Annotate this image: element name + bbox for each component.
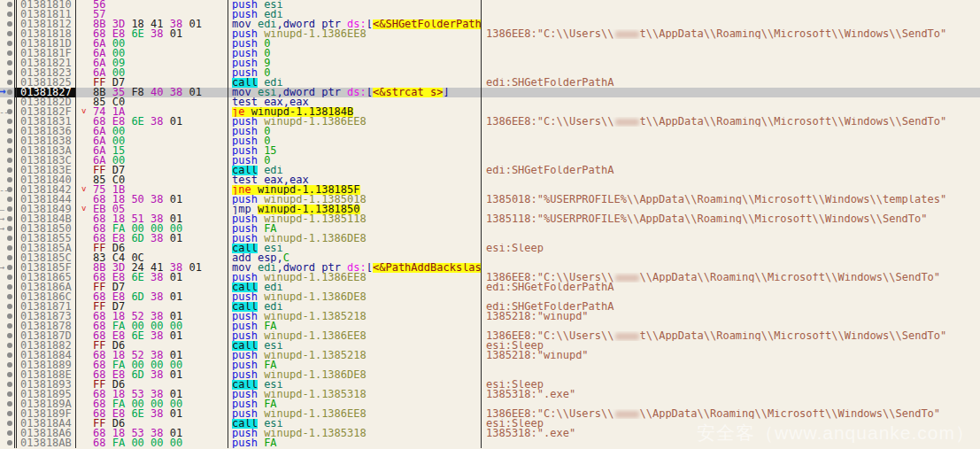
disasm-row[interactable]: —01381849vEB 05jmp winupd-1.1381850	[0, 205, 980, 214]
disasm-row[interactable]: →0138185068 FA 00 00 00push FA	[0, 224, 980, 234]
disasm-row[interactable]: 0138183168 E8 6E 38 01push winupd-1.1386…	[0, 117, 980, 127]
disasm-row[interactable]: --0138182Fv74 1Aje winupd-1.138184B	[0, 107, 980, 117]
disasm-row[interactable]: 0138185C83 C4 0Cadd esp,C	[0, 253, 980, 263]
disasm-row[interactable]: 013818A4FF D6call esiesi:Sleep	[0, 419, 980, 429]
breakpoint-dot[interactable]	[7, 382, 12, 387]
disasm-row[interactable]: 01381825FF D7call ediedi:SHGetFolderPath…	[0, 78, 980, 88]
disasm-row[interactable]: 0138183EFF D7call ediedi:SHGetFolderPath…	[0, 166, 980, 175]
address-cell[interactable]: 0138188E	[14, 370, 76, 380]
gutter-cell[interactable]	[0, 321, 14, 331]
address-cell[interactable]: 0138181F	[14, 49, 76, 58]
disasm-row[interactable]: 013818128B 3D 18 41 38 01mov edi,dword p…	[0, 19, 980, 29]
gutter-cell[interactable]	[0, 58, 14, 68]
address-cell[interactable]: 01381821	[14, 58, 76, 68]
gutter-cell[interactable]	[0, 273, 14, 283]
disasm-row[interactable]: 013818A668 18 53 38 01push winupd-1.1385…	[0, 429, 980, 438]
disasm-row[interactable]: 0138184468 18 50 38 01push winupd-1.1385…	[0, 195, 980, 205]
breakpoint-dot[interactable]	[7, 265, 12, 270]
breakpoint-dot[interactable]	[7, 421, 12, 426]
breakpoint-dot[interactable]	[7, 391, 12, 397]
breakpoint-dot[interactable]	[7, 21, 12, 27]
gutter-cell[interactable]	[0, 312, 14, 321]
address-cell[interactable]: 0138183A	[14, 146, 76, 156]
breakpoint-dot[interactable]	[7, 206, 12, 212]
disasm-row[interactable]: 0138188968 FA 00 00 00push FA	[0, 360, 980, 370]
address-cell[interactable]: 01381823	[14, 68, 76, 78]
disasm-row[interactable]: →013818278B 35 F8 40 38 01mov esi,dword …	[0, 88, 980, 97]
gutter-cell[interactable]	[0, 39, 14, 49]
disasm-row[interactable]: 013818366A 00push 0	[0, 127, 980, 136]
address-cell[interactable]: 01381873	[14, 312, 76, 321]
breakpoint-dot[interactable]	[7, 177, 12, 182]
breakpoint-dot[interactable]	[7, 187, 12, 192]
gutter-cell[interactable]	[0, 390, 14, 399]
disasm-row[interactable]: 0138187D68 E8 6E 38 01push winupd-1.1386…	[0, 331, 980, 341]
gutter-cell[interactable]	[0, 136, 14, 146]
breakpoint-dot[interactable]	[7, 323, 12, 329]
address-cell[interactable]: 013818A4	[14, 419, 76, 429]
disasm-row[interactable]: 0138181D6A 00push 0	[0, 39, 980, 49]
address-cell[interactable]: 0138186C	[14, 292, 76, 302]
gutter-cell[interactable]: →	[0, 88, 14, 97]
address-cell[interactable]: 01381889	[14, 360, 76, 370]
address-cell[interactable]: 0138185A	[14, 244, 76, 253]
breakpoint-dot[interactable]	[7, 294, 12, 299]
gutter-cell[interactable]	[0, 146, 14, 156]
gutter-cell[interactable]	[0, 175, 14, 185]
address-cell[interactable]: 01381818	[14, 29, 76, 39]
gutter-cell[interactable]	[0, 0, 14, 10]
gutter-cell[interactable]	[0, 429, 14, 438]
gutter-cell[interactable]	[0, 302, 14, 312]
disasm-row[interactable]: 013818AB68 FA 00 00 00push FA	[0, 438, 980, 448]
gutter-cell[interactable]	[0, 117, 14, 127]
address-cell[interactable]: 01381882	[14, 341, 76, 351]
gutter-cell[interactable]	[0, 49, 14, 58]
disasm-row[interactable]: 0138187868 FA 00 00 00push FA	[0, 321, 980, 331]
gutter-cell[interactable]	[0, 195, 14, 205]
address-cell[interactable]: 01381895	[14, 390, 76, 399]
address-cell[interactable]: 01381884	[14, 351, 76, 360]
gutter-cell[interactable]	[0, 331, 14, 341]
breakpoint-dot[interactable]	[7, 41, 12, 46]
breakpoint-dot[interactable]	[7, 80, 12, 85]
address-cell[interactable]: 0138189F	[14, 409, 76, 419]
breakpoint-dot[interactable]	[7, 167, 12, 173]
disasm-row[interactable]: 01381893FF D6call esiesi:Sleep	[0, 380, 980, 390]
breakpoint-dot[interactable]	[7, 119, 12, 124]
breakpoint-dot[interactable]	[7, 343, 12, 348]
address-cell[interactable]: 0138184B	[14, 214, 76, 224]
address-cell[interactable]: 01381865	[14, 273, 76, 283]
address-cell[interactable]: 0138185F	[14, 263, 76, 273]
address-cell[interactable]: 01381893	[14, 380, 76, 390]
disasm-row[interactable]: 0138181056push esi	[0, 0, 980, 10]
address-cell[interactable]: 013818A6	[14, 429, 76, 438]
gutter-cell[interactable]: --	[0, 107, 14, 117]
address-cell[interactable]: 01381849	[14, 205, 76, 214]
breakpoint-dot[interactable]	[7, 50, 12, 56]
gutter-cell[interactable]	[0, 156, 14, 166]
disasm-row[interactable]: 01381871FF D7call ediedi:SHGetFolderPath…	[0, 302, 980, 312]
gutter-cell[interactable]: →	[0, 224, 14, 234]
address-cell[interactable]: 01381871	[14, 302, 76, 312]
address-cell[interactable]: 01381810	[14, 0, 76, 10]
disasm-row[interactable]: 013818216A 09push 9	[0, 58, 980, 68]
breakpoint-dot[interactable]	[7, 109, 12, 114]
breakpoint-dot[interactable]	[7, 245, 12, 251]
breakpoint-dot[interactable]	[7, 304, 12, 309]
gutter-cell[interactable]	[0, 127, 14, 136]
gutter-cell[interactable]	[0, 341, 14, 351]
gutter-cell[interactable]: --	[0, 185, 14, 195]
disasm-row[interactable]: 0138185568 E8 6D 38 01push winupd-1.1386…	[0, 234, 980, 244]
breakpoint-dot[interactable]	[7, 158, 12, 163]
disasm-row[interactable]: 0138181157push edi	[0, 10, 980, 19]
breakpoint-dot[interactable]	[7, 31, 12, 36]
gutter-cell[interactable]	[0, 244, 14, 253]
breakpoint-dot[interactable]	[7, 226, 12, 231]
disasm-row[interactable]: →0138185F8B 3D 24 41 38 01mov edi,dword …	[0, 263, 980, 273]
disasm-row[interactable]: --01381842v75 1Bjne winupd-1.138185F	[0, 185, 980, 195]
breakpoint-dot[interactable]	[7, 148, 12, 153]
gutter-cell[interactable]	[0, 234, 14, 244]
address-cell[interactable]: 01381838	[14, 136, 76, 146]
disasm-row[interactable]: →0138184B68 18 51 38 01push winupd-1.138…	[0, 214, 980, 224]
gutter-cell[interactable]	[0, 399, 14, 409]
